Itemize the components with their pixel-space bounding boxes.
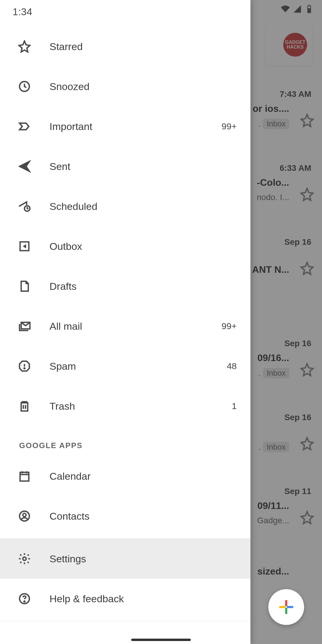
sidebar-count: 99+ — [222, 121, 237, 131]
compose-fab[interactable] — [268, 589, 304, 625]
sidebar-item-scheduled[interactable]: Scheduled — [0, 186, 250, 226]
send-icon — [18, 160, 31, 173]
sidebar-count: 1 — [232, 401, 237, 411]
wifi-icon — [281, 4, 290, 13]
sidebar-label: Snoozed — [49, 81, 218, 92]
sidebar-item-spam[interactable]: Spam 48 — [0, 346, 250, 386]
outbox-icon — [18, 240, 31, 253]
sidebar-item-sent[interactable]: Sent — [0, 146, 250, 186]
battery-icon — [305, 4, 314, 13]
document-icon — [18, 280, 31, 293]
sidebar-label: Outbox — [49, 241, 218, 252]
sidebar-item-calendar[interactable]: Calendar — [0, 456, 250, 496]
sidebar-item-allmail[interactable]: All mail 99+ — [0, 306, 250, 346]
gear-icon — [18, 552, 31, 565]
help-icon — [18, 592, 31, 605]
scheduled-icon — [18, 200, 31, 213]
svg-rect-2 — [279, 606, 286, 608]
svg-rect-3 — [287, 606, 293, 608]
navigation-drawer: 1:34 Starred Snoozed Important 99+ Sent — [0, 0, 250, 644]
sidebar-item-drafts[interactable]: Drafts — [0, 266, 250, 306]
trash-icon — [18, 400, 31, 413]
sidebar-label: Help & feedback — [49, 593, 237, 605]
sidebar-item-contacts[interactable]: Contacts — [0, 496, 250, 536]
sidebar-label: Trash — [49, 400, 213, 412]
sidebar-count: 99+ — [222, 321, 237, 331]
status-bar — [0, 0, 322, 18]
sidebar-item-help[interactable]: Help & feedback — [0, 579, 250, 619]
sidebar-label: Settings — [49, 553, 237, 565]
sidebar-label: Sent — [49, 161, 218, 172]
sidebar-label: All mail — [49, 321, 203, 332]
svg-point-14 — [23, 557, 26, 561]
sidebar-label: Contacts — [49, 510, 237, 522]
svg-rect-4 — [308, 8, 310, 13]
contacts-icon — [18, 510, 31, 523]
sidebar-item-important[interactable]: Important 99+ — [0, 106, 250, 146]
sidebar-label: Starred — [49, 41, 218, 52]
sidebar-item-outbox[interactable]: Outbox — [0, 226, 250, 266]
svg-point-9 — [24, 368, 25, 369]
sidebar-label: Calendar — [49, 470, 237, 482]
cell-signal-icon — [293, 4, 302, 13]
sidebar-label: Important — [49, 121, 203, 132]
svg-rect-1 — [285, 608, 287, 614]
all-mail-icon — [18, 320, 31, 333]
clock-icon — [18, 80, 31, 93]
svg-rect-10 — [21, 403, 28, 411]
sidebar-count: 48 — [227, 361, 237, 371]
sidebar-label: Spam — [49, 360, 208, 372]
spam-icon — [18, 360, 31, 373]
svg-rect-0 — [285, 600, 287, 606]
section-header-google-apps: GOOGLE APPS — [0, 426, 250, 456]
sidebar-label: Scheduled — [49, 201, 218, 212]
divider — [0, 621, 250, 621]
important-icon — [18, 120, 31, 133]
sidebar-item-starred[interactable]: Starred — [0, 27, 250, 66]
svg-point-16 — [24, 601, 25, 602]
sidebar-item-snoozed[interactable]: Snoozed — [0, 66, 250, 106]
sidebar-item-trash[interactable]: Trash 1 — [0, 386, 250, 426]
sidebar-item-settings[interactable]: Settings — [0, 539, 250, 579]
star-icon — [18, 40, 31, 53]
svg-rect-11 — [20, 472, 29, 481]
sidebar-label: Drafts — [49, 281, 218, 292]
home-indicator[interactable] — [131, 639, 191, 641]
plus-multicolor-icon — [278, 599, 295, 615]
calendar-icon — [18, 470, 31, 483]
svg-point-13 — [23, 513, 26, 517]
